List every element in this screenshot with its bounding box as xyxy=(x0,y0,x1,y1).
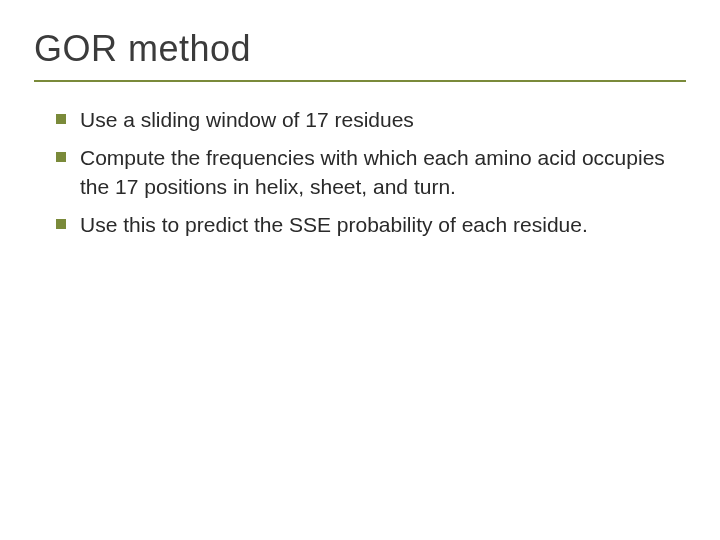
list-item: Compute the frequencies with which each … xyxy=(56,144,686,201)
bullet-text: Compute the frequencies with which each … xyxy=(80,146,665,197)
list-item: Use this to predict the SSE probability … xyxy=(56,211,686,239)
bullet-text: Use this to predict the SSE probability … xyxy=(80,213,588,236)
bullet-list: Use a sliding window of 17 residues Comp… xyxy=(34,106,686,239)
bullet-text: Use a sliding window of 17 residues xyxy=(80,108,414,131)
title-block: GOR method xyxy=(34,28,686,82)
slide-title: GOR method xyxy=(34,28,686,70)
list-item: Use a sliding window of 17 residues xyxy=(56,106,686,134)
